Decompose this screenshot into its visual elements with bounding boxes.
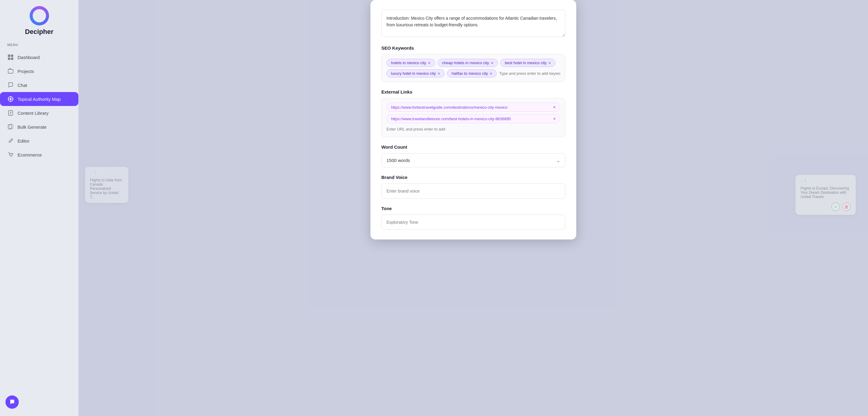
keyword-tag-0: hotels in mexico city × [386, 59, 435, 67]
link-remove-1[interactable]: × [553, 116, 556, 121]
tone-label: Tone [381, 206, 565, 211]
dashboard-icon [7, 54, 14, 61]
logo-inner [33, 9, 46, 22]
chat-float-button[interactable] [5, 395, 19, 409]
keyword-tag-2: best hotel in mexico city × [500, 59, 555, 67]
keyword-tag-text: cheap hotels in mexico city [442, 61, 489, 65]
projects-icon [7, 68, 14, 75]
sidebar-item-label: Content Library [18, 111, 49, 116]
keyword-tag-4: halifax to mexico city × [447, 69, 497, 78]
keyword-tag-3: luxury hotel in mexico city × [386, 69, 444, 78]
sidebar-item-ecommerce[interactable]: Ecommerce [0, 148, 79, 162]
svg-rect-1 [11, 55, 13, 57]
svg-point-6 [10, 98, 11, 100]
logo-text: Decipher [25, 28, 53, 36]
ecommerce-icon [7, 151, 14, 158]
keyword-tag-text: halifax to mexico city [452, 71, 488, 76]
content-library-icon [7, 110, 14, 116]
link-remove-0[interactable]: × [553, 105, 556, 110]
sidebar-item-editor[interactable]: Editor [0, 134, 79, 148]
keyword-tag-text: hotels in mexico city [391, 61, 426, 65]
word-count-label: Word Count [381, 144, 565, 150]
sidebar-item-bulk-generate[interactable]: Bulk Generate [0, 120, 79, 134]
sidebar-item-label: Editor [18, 138, 29, 144]
sidebar-item-topical-authority-map[interactable]: Topical Authority Map [0, 92, 79, 106]
links-box: https://www.forbestravelguide.com/destin… [381, 98, 565, 137]
main-area: hotels in mexico city cheap hotels in me… [79, 0, 868, 416]
keyword-remove-4[interactable]: × [490, 71, 492, 76]
logo-circle [30, 6, 49, 25]
topical-authority-icon [7, 96, 14, 102]
sidebar-item-label: Dashboard [18, 55, 40, 60]
sidebar-item-chat[interactable]: Chat [0, 78, 79, 92]
keyword-remove-2[interactable]: × [549, 61, 551, 65]
sidebar: Decipher MENU Dashboard Projects [0, 0, 79, 416]
svg-point-17 [10, 156, 10, 157]
svg-rect-2 [8, 58, 10, 60]
svg-rect-3 [11, 58, 13, 60]
keyword-input[interactable] [499, 71, 560, 76]
sidebar-item-label: Projects [18, 69, 34, 74]
intro-textarea[interactable]: Introduction: Mexico City offers a range… [381, 10, 565, 37]
seo-keywords-label: SEO Keywords [381, 46, 565, 51]
svg-rect-4 [8, 69, 13, 73]
keywords-box: hotels in mexico city × cheap hotels in … [381, 54, 565, 82]
brand-voice-label: Brand Voice [381, 175, 565, 180]
keyword-remove-0[interactable]: × [428, 61, 430, 65]
bulk-generate-icon [7, 123, 14, 130]
editor-icon [7, 138, 14, 144]
tone-input[interactable] [381, 215, 565, 230]
link-input[interactable] [386, 126, 560, 132]
modal: Introduction: Mexico City offers a range… [370, 0, 576, 239]
menu-label: MENU [0, 43, 25, 47]
link-tag-0: https://www.forbestravelguide.com/destin… [386, 102, 560, 112]
sidebar-item-label: Chat [18, 83, 27, 88]
sidebar-item-label: Topical Authority Map [18, 96, 61, 102]
keyword-tag-1: cheap hotels in mexico city × [438, 59, 498, 67]
modal-overlay: Introduction: Mexico City offers a range… [79, 0, 868, 416]
keyword-remove-3[interactable]: × [438, 71, 440, 76]
svg-point-18 [11, 156, 12, 157]
sidebar-item-projects[interactable]: Projects [0, 64, 79, 78]
keyword-tag-text: luxury hotel in mexico city [391, 71, 436, 76]
sidebar-nav: Dashboard Projects Chat [0, 50, 79, 162]
word-count-select[interactable]: 500 words 750 words 1000 words 1500 word… [381, 153, 565, 168]
link-url-1: https://www.travelandleisure.com/best-ho… [391, 117, 511, 121]
chat-icon [7, 82, 14, 88]
sidebar-item-content-library[interactable]: Content Library [0, 106, 79, 120]
sidebar-item-label: Bulk Generate [18, 124, 46, 129]
word-count-wrapper: 500 words 750 words 1000 words 1500 word… [381, 153, 565, 168]
link-tag-1: https://www.travelandleisure.com/best-ho… [386, 114, 560, 123]
sidebar-item-label: Ecommerce [18, 152, 42, 157]
keyword-remove-1[interactable]: × [491, 61, 493, 65]
svg-rect-0 [8, 55, 10, 57]
link-url-0: https://www.forbestravelguide.com/destin… [391, 105, 507, 110]
sidebar-item-dashboard[interactable]: Dashboard [0, 50, 79, 64]
external-links-label: External Links [381, 89, 565, 94]
brand-voice-input[interactable] [381, 183, 565, 199]
sidebar-logo: Decipher [0, 6, 79, 36]
keyword-tag-text: best hotel in mexico city [505, 61, 547, 65]
